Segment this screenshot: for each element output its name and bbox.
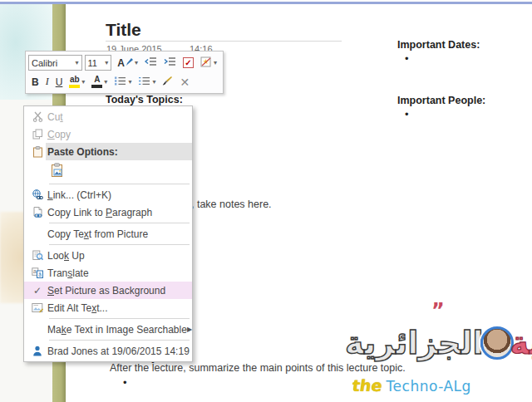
scissors-icon bbox=[27, 111, 47, 122]
italic-glyph: I bbox=[46, 76, 49, 88]
bullet-important-dates: • bbox=[405, 52, 409, 65]
menu-item-paste-options: Paste Options: bbox=[24, 143, 192, 160]
font-color-button[interactable]: A ▾ bbox=[89, 74, 110, 91]
chevron-down-icon: ▾ bbox=[81, 78, 85, 86]
increase-indent-icon bbox=[164, 56, 176, 69]
chevron-down-icon: ▾ bbox=[104, 78, 107, 86]
todo-tag-button[interactable]: ✓ bbox=[180, 55, 196, 71]
font-name-value: Calibri bbox=[32, 58, 57, 68]
bullets-button[interactable]: ▾ bbox=[111, 74, 134, 91]
delete-button[interactable]: ✕ bbox=[177, 74, 192, 91]
mini-format-toolbar: Calibri ▾ 11 ▾ A ▾ ✓ ▾ bbox=[25, 51, 224, 94]
techno-alg-watermark: ” الجزائرية التقنية the Techno-ALg bbox=[345, 311, 532, 400]
chevron-down-icon: ▾ bbox=[152, 78, 155, 86]
menu-separator bbox=[49, 223, 190, 223]
pen-icon bbox=[126, 56, 133, 69]
increase-indent-button[interactable] bbox=[161, 55, 179, 71]
watermark-avatar bbox=[480, 326, 514, 360]
watermark-the-label: the bbox=[351, 376, 383, 395]
watermark-quote-mark: ” bbox=[431, 299, 445, 322]
magnifier-icon bbox=[27, 250, 47, 261]
menu-item-look-up[interactable]: Look Up bbox=[24, 247, 192, 264]
chevron-down-icon: ▾ bbox=[76, 59, 79, 66]
onenote-page: Title 19 June 2015 14:16 Today's Topics:… bbox=[0, 0, 532, 402]
menu-separator bbox=[49, 184, 190, 184]
menu-item-translate[interactable]: aã Translate bbox=[24, 264, 192, 282]
menu-item-copy: Copy bbox=[24, 125, 192, 143]
format-painter-button[interactable] bbox=[160, 74, 175, 91]
heading-important-dates[interactable]: Important Dates: bbox=[397, 39, 480, 51]
menu-separator bbox=[49, 340, 190, 341]
decrease-indent-button[interactable] bbox=[142, 55, 160, 71]
clipboard-icon bbox=[27, 146, 47, 158]
format-painter-icon bbox=[162, 76, 173, 89]
watermark-brand-name: Techno-ALg bbox=[387, 378, 471, 395]
menu-item-author-stamp: Brad Jones at 19/06/2015 14:19 bbox=[24, 342, 192, 360]
italic-button[interactable]: I bbox=[43, 74, 52, 91]
close-x-icon: ✕ bbox=[180, 76, 190, 89]
menu-item-link[interactable]: Link... (Ctrl+K) bbox=[24, 186, 192, 203]
chevron-down-icon: ▾ bbox=[135, 59, 138, 66]
menu-item-edit-alt-text[interactable]: Edit Alt Text... bbox=[24, 299, 192, 316]
menu-paste-options-row bbox=[24, 160, 192, 182]
window-top-accent bbox=[0, 2, 532, 4]
chevron-down-icon: ▾ bbox=[128, 78, 131, 86]
translate-icon: aã bbox=[27, 267, 47, 278]
menu-item-set-picture-as-background[interactable]: ✓ Set Picture as Background bbox=[24, 282, 192, 299]
person-icon bbox=[27, 346, 47, 356]
menu-separator bbox=[49, 318, 190, 319]
underline-button[interactable]: U bbox=[53, 74, 66, 91]
chevron-down-icon: ▾ bbox=[105, 59, 108, 66]
font-size-value: 11 bbox=[88, 58, 97, 68]
watermark-brand-line: the Techno-ALg bbox=[352, 376, 471, 395]
styles-button[interactable]: A ▾ bbox=[115, 55, 140, 71]
menu-separator bbox=[49, 244, 190, 245]
link-icon bbox=[27, 189, 47, 200]
underline-glyph: U bbox=[56, 76, 63, 88]
lecture-notes-text[interactable]: , take notes here. bbox=[191, 199, 272, 210]
alt-text-icon bbox=[27, 302, 47, 313]
heading-important-people[interactable]: Important People: bbox=[397, 95, 485, 106]
styles-a-glyph: A bbox=[117, 57, 125, 69]
menu-item-copy-text-from-picture[interactable]: Copy Text from Picture bbox=[24, 225, 192, 243]
bullet-important-people: • bbox=[405, 108, 409, 120]
bold-glyph: B bbox=[32, 76, 39, 88]
menu-item-cut: Cut bbox=[24, 108, 192, 125]
context-menu: Cut Copy Paste Options: Link... (Ctrl+K)… bbox=[23, 105, 193, 362]
menu-item-copy-link-to-paragraph[interactable]: Copy Link to Paragraph bbox=[24, 203, 192, 221]
svg-text:a: a bbox=[33, 268, 37, 274]
numbering-button[interactable]: ▾ bbox=[135, 74, 158, 91]
tag-star-icon bbox=[200, 56, 212, 70]
watermark-arabic-word-right: التقنية bbox=[510, 327, 532, 359]
page-link-icon bbox=[27, 207, 47, 218]
decrease-indent-icon bbox=[145, 56, 157, 69]
font-name-select[interactable]: Calibri ▾ bbox=[28, 55, 82, 71]
page-title[interactable]: Title bbox=[106, 20, 141, 40]
mini-toolbar-row-2: B I U ab ▾ A ▾ ▾ bbox=[28, 72, 220, 91]
svg-text:ã: ã bbox=[38, 272, 42, 277]
title-underline bbox=[106, 41, 342, 42]
watermark-arabic-word-left: الجزائرية bbox=[345, 327, 484, 359]
numbered-list-icon bbox=[138, 76, 150, 88]
mini-toolbar-row-1: Calibri ▾ 11 ▾ A ▾ ✓ ▾ bbox=[28, 53, 220, 72]
tag-button[interactable]: ▾ bbox=[198, 55, 219, 71]
bullet-summary: • bbox=[123, 376, 127, 389]
heading-todays-topics[interactable]: Today's Topics: bbox=[106, 94, 183, 105]
todo-checkbox-icon: ✓ bbox=[183, 57, 194, 68]
font-color-icon: A bbox=[91, 76, 102, 88]
paste-picture-button[interactable] bbox=[47, 162, 67, 180]
bullet-list-icon bbox=[114, 76, 126, 88]
font-size-select[interactable]: 11 ▾ bbox=[85, 55, 112, 71]
highlighter-icon: ab bbox=[69, 76, 80, 88]
paste-picture-icon bbox=[51, 163, 64, 180]
chevron-down-icon: ▾ bbox=[214, 59, 217, 66]
highlight-button[interactable]: ab ▾ bbox=[66, 74, 87, 91]
bold-button[interactable]: B bbox=[29, 74, 42, 91]
checkmark-icon: ✓ bbox=[27, 285, 47, 297]
submenu-arrow-icon: ▶ bbox=[187, 326, 192, 333]
menu-item-make-text-searchable[interactable]: Make Text in Image Searchable ▶ bbox=[24, 321, 192, 338]
copy-icon bbox=[27, 129, 47, 140]
summary-text[interactable]: After the lecture, summarize the main po… bbox=[110, 362, 406, 374]
